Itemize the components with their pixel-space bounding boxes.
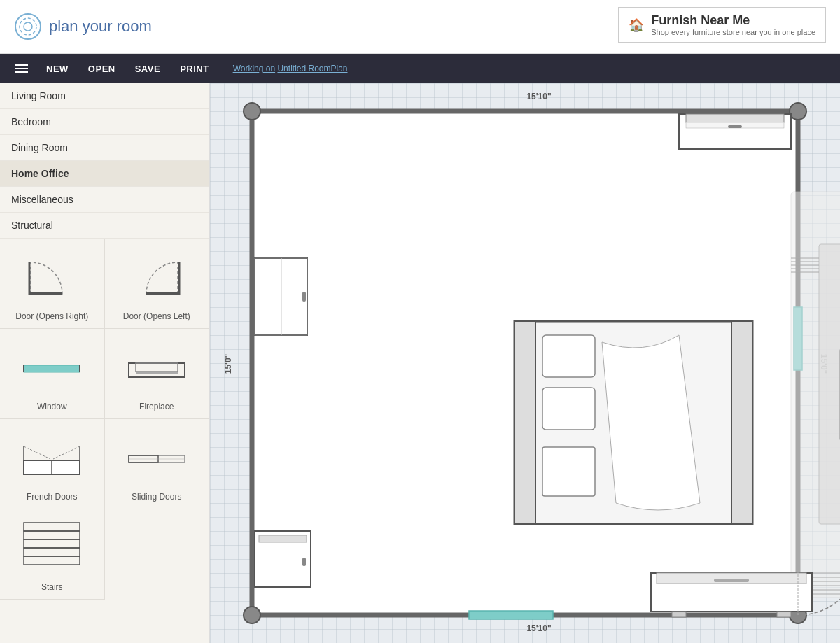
sidebar-item-home-office[interactable]: Home Office [0,161,209,187]
svg-rect-32 [686,114,784,122]
svg-rect-80 [714,579,749,582]
svg-rect-22 [24,548,80,556]
svg-rect-11 [136,363,178,372]
fireplace-label: Fireplace [139,402,174,411]
sidebar: Living Room Bedroom Dining Room Home Off… [0,83,210,643]
svg-point-2 [24,22,32,31]
svg-rect-41 [732,321,752,524]
sidebar-item-living-room[interactable]: Living Room [0,83,209,109]
furnish-subtitle: Shop every furniture store near you in o… [651,28,816,36]
stairs-preview [13,521,90,577]
canvas-area[interactable]: 15'10" 15'10" 15'0" 15'0" [210,83,840,643]
svg-rect-29 [469,611,553,619]
furniture-item-stairs[interactable]: Stairs [0,509,105,600]
toolbar: NEW OPEN SAVE PRINT Working on Untitled … [0,54,840,83]
furniture-grid: Door (Opens Right) Door (Opens Left) [0,239,209,600]
hamburger-line-1 [15,64,28,66]
sidebar-item-bedroom[interactable]: Bedroom [0,109,209,135]
svg-rect-63 [819,244,840,524]
svg-point-1 [20,18,36,35]
door-right-preview [13,250,90,306]
svg-rect-7 [24,365,80,372]
svg-rect-42 [542,335,595,377]
furniture-item-fireplace[interactable]: Fireplace [105,329,210,419]
new-button[interactable]: NEW [36,54,78,83]
logo-text: plan your room [49,17,152,36]
print-button[interactable]: PRINT [170,54,219,83]
sidebar-item-dining-room[interactable]: Dining Room [0,135,209,161]
furnish-banner[interactable]: 🏠 Furnish Near Me Shop every furniture s… [618,7,826,43]
french-doors-label: French Doors [27,492,78,502]
door-left-preview [118,250,195,306]
svg-rect-79 [777,612,791,617]
svg-rect-19 [24,523,80,531]
svg-rect-10 [129,363,185,377]
fireplace-preview [118,340,195,396]
furniture-item-door-left[interactable]: Door (Opens Left) [105,239,210,329]
hamburger-line-2 [15,68,28,69]
furniture-item-sliding-doors[interactable]: Sliding Doors [105,419,210,509]
sliding-doors-label: Sliding Doors [132,492,181,502]
french-doors-preview [13,430,90,486]
svg-point-27 [244,607,260,623]
svg-rect-37 [302,292,306,302]
svg-rect-78 [672,612,686,617]
svg-rect-46 [259,535,307,542]
sliding-doors-preview [118,430,195,486]
svg-point-26 [790,103,806,120]
svg-rect-47 [302,558,306,566]
stairs-label: Stairs [41,582,63,592]
window-preview [13,340,90,396]
category-list: Living Room Bedroom Dining Room Home Off… [0,83,209,239]
window-label: Window [37,402,67,411]
svg-rect-23 [24,556,80,565]
furnish-title: Furnish Near Me [651,13,816,28]
svg-rect-21 [24,539,80,548]
room-plan-name[interactable]: Untitled RoomPlan [277,64,347,73]
svg-rect-3 [29,292,62,295]
svg-rect-34 [728,125,742,128]
header: plan your room 🏠 Furnish Near Me Shop ev… [0,0,840,54]
open-button[interactable]: OPEN [78,54,125,83]
furniture-item-window[interactable]: Window [0,329,105,419]
svg-rect-44 [542,447,595,496]
furniture-item-french-doors[interactable]: French Doors [0,419,105,509]
sidebar-item-structural[interactable]: Structural [0,213,209,239]
svg-point-25 [244,103,260,120]
furnish-banner-icon: 🏠 [629,17,644,33]
logo-icon [14,13,42,41]
furnish-banner-text: Furnish Near Me Shop every furniture sto… [651,13,816,36]
logo-area: plan your room [0,13,166,41]
svg-rect-20 [24,531,80,539]
svg-rect-5 [146,292,179,295]
menu-button[interactable] [7,64,36,73]
door-right-label: Door (Opens Right) [15,311,88,321]
hamburger-line-3 [15,71,28,73]
svg-rect-43 [542,388,595,430]
door-left-label: Door (Opens Left) [123,311,190,321]
svg-rect-12 [136,372,178,374]
save-button[interactable]: SAVE [125,54,170,83]
furniture-item-door-right[interactable]: Door (Opens Right) [0,239,105,329]
main-content: Living Room Bedroom Dining Room Home Off… [0,83,840,643]
svg-rect-40 [514,321,536,524]
working-label: Working on Untitled RoomPlan [233,64,348,73]
sidebar-item-miscellaneous[interactable]: Miscellaneous [0,187,209,213]
room-svg [210,83,840,643]
